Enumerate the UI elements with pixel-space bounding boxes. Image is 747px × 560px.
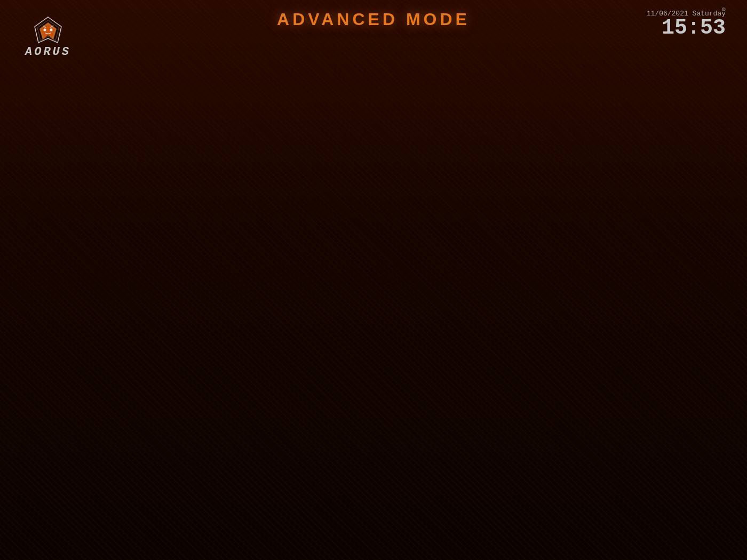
aorus-wolf-logo	[32, 16, 64, 45]
gear-icon: ⚙	[722, 5, 726, 13]
svg-point-5	[50, 29, 53, 31]
svg-point-4	[44, 29, 46, 31]
page-title-area: ADVANCED MODE	[277, 10, 470, 29]
logo-area: AORUS	[16, 16, 80, 59]
header: AORUS ADVANCED MODE ⚙ 11/06/2021 Saturda…	[0, 0, 747, 75]
datetime-display: ⚙ 11/06/2021 Saturday 15:53	[647, 10, 726, 39]
page-title: ADVANCED MODE	[277, 10, 470, 29]
time-display: 15:53	[647, 18, 726, 39]
aorus-logo-text: AORUS	[25, 45, 71, 59]
